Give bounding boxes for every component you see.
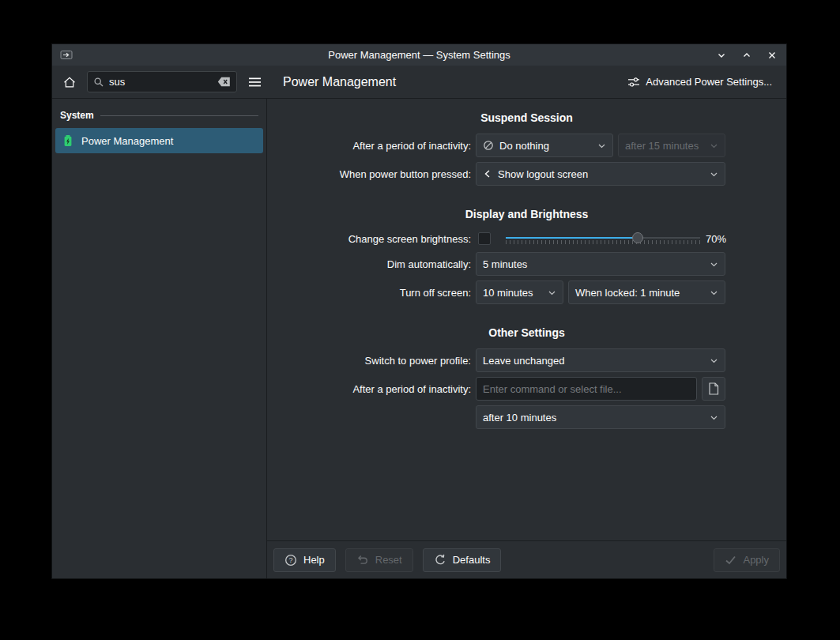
svg-text:?: ?: [288, 556, 292, 564]
power-button-action-value: Show logout screen: [498, 168, 588, 180]
sidebar-section-label: System: [60, 110, 94, 121]
advanced-power-settings-button[interactable]: Advanced Power Settings...: [624, 70, 775, 94]
defaults-button[interactable]: Defaults: [423, 548, 502, 572]
do-nothing-icon: [483, 140, 494, 151]
inactivity-label: After a period of inactivity:: [267, 140, 476, 152]
home-button[interactable]: [58, 71, 81, 93]
brightness-slider[interactable]: [506, 230, 700, 247]
sidebar-section-system: System: [52, 110, 266, 121]
suspend-action-value: Do nothing: [499, 140, 549, 152]
hamburger-icon: [248, 77, 262, 88]
brightness-label: Change screen brightness:: [267, 233, 476, 245]
chevron-down-icon: [710, 260, 718, 269]
defaults-icon: [434, 554, 446, 567]
titlebar: Power Management — System Settings: [52, 44, 786, 66]
chevron-down-icon: [597, 141, 606, 150]
maximize-button[interactable]: [740, 49, 753, 62]
chevron-down-icon: [710, 413, 718, 422]
chevron-down-icon: [710, 288, 718, 297]
chevron-down-icon: [710, 356, 718, 365]
logout-icon: [483, 169, 492, 179]
suspend-action-combobox[interactable]: Do nothing: [476, 134, 613, 157]
file-browse-button[interactable]: [702, 377, 725, 401]
suspend-timeout-combobox[interactable]: after 15 minutes: [618, 134, 725, 157]
turn-off-when-locked-combobox[interactable]: When locked: 1 minute: [568, 280, 725, 304]
clear-search-icon[interactable]: [217, 77, 231, 87]
help-label: Help: [303, 554, 325, 566]
close-button[interactable]: [766, 49, 778, 62]
hamburger-menu-button[interactable]: [243, 71, 266, 93]
sliders-icon: [627, 76, 640, 88]
display-brightness-heading: Display and Brightness: [267, 208, 786, 220]
slider-ticks: [506, 240, 700, 244]
sidebar: System Power Management: [52, 99, 267, 578]
chevron-down-icon: [710, 141, 718, 150]
script-timeout-combobox[interactable]: after 10 minutes: [476, 405, 725, 429]
brightness-checkbox[interactable]: [478, 232, 491, 245]
slider-track: [506, 237, 700, 239]
dim-automatically-combobox[interactable]: 5 minutes: [476, 252, 725, 276]
turn-off-screen-row: Turn off screen: 10 minutes When locked:…: [267, 280, 786, 304]
headerbar: Power Management Advanced Power Settings…: [52, 66, 786, 99]
suspend-inactivity-row: After a period of inactivity: Do nothing: [267, 134, 786, 157]
page-title: Power Management: [283, 75, 396, 89]
section-divider: [100, 115, 258, 116]
turnoff-label: Turn off screen:: [267, 287, 476, 299]
check-icon: [725, 554, 736, 566]
power-button-label: When power button pressed:: [267, 168, 476, 180]
chevron-down-icon: [710, 170, 718, 179]
suspend-session-heading: Suspend Session: [267, 111, 786, 124]
search-field[interactable]: [87, 71, 237, 92]
document-icon: [708, 382, 719, 395]
slider-fill: [506, 237, 638, 239]
turnoff-value: 10 minutes: [483, 287, 533, 299]
power-button-row: When power button pressed: Show logout s…: [267, 162, 786, 186]
script-timeout-value: after 10 minutes: [483, 412, 556, 424]
sidebar-item-power-management[interactable]: Power Management: [55, 128, 263, 153]
power-button-action-combobox[interactable]: Show logout screen: [476, 162, 725, 186]
script-timeout-row: after 10 minutes: [267, 405, 786, 429]
suspend-timeout-value: after 15 minutes: [625, 140, 699, 152]
turnoff-locked-value: When locked: 1 minute: [575, 287, 680, 299]
profile-label: Switch to power profile:: [267, 355, 476, 367]
system-settings-window: Power Management — System Settings: [51, 43, 787, 579]
power-profile-row: Switch to power profile: Leave unchanged: [267, 348, 786, 372]
content-area: Suspend Session After a period of inacti…: [267, 99, 786, 578]
dim-value: 5 minutes: [483, 258, 527, 270]
apply-label: Apply: [743, 554, 769, 566]
defaults-label: Defaults: [453, 554, 491, 566]
script-label: After a period of inactivity:: [267, 383, 476, 395]
profile-value: Leave unchanged: [483, 355, 564, 367]
window-title: Power Management — System Settings: [52, 49, 786, 61]
reset-label: Reset: [375, 554, 402, 566]
apply-button[interactable]: Apply: [714, 548, 780, 572]
help-button[interactable]: ? Help: [273, 548, 336, 572]
turn-off-screen-combobox[interactable]: 10 minutes: [476, 280, 563, 304]
search-icon: [93, 77, 104, 88]
dim-automatically-row: Dim automatically: 5 minutes: [267, 252, 786, 276]
undo-icon: [356, 554, 369, 567]
advanced-power-settings-label: Advanced Power Settings...: [646, 76, 772, 88]
footer-bar: ? Help Reset Defaults: [267, 540, 786, 578]
minimize-button[interactable]: [715, 49, 728, 62]
brightness-row: Change screen brightness: 70%: [267, 230, 786, 247]
brightness-percent-label: 70%: [706, 233, 726, 245]
other-settings-heading: Other Settings: [267, 326, 786, 339]
power-management-form: Suspend Session After a period of inacti…: [267, 99, 786, 540]
dim-label: Dim automatically:: [267, 258, 476, 270]
chevron-down-icon: [548, 288, 556, 297]
script-command-input[interactable]: [476, 377, 697, 401]
reset-button[interactable]: Reset: [345, 548, 413, 572]
sidebar-item-label: Power Management: [81, 135, 173, 147]
power-profile-combobox[interactable]: Leave unchanged: [476, 348, 725, 372]
search-input[interactable]: [109, 76, 213, 88]
script-command-row: After a period of inactivity:: [267, 377, 786, 401]
home-icon: [62, 75, 77, 89]
app-icon: [60, 49, 73, 62]
battery-icon: [62, 134, 74, 147]
help-icon: ?: [284, 554, 297, 567]
